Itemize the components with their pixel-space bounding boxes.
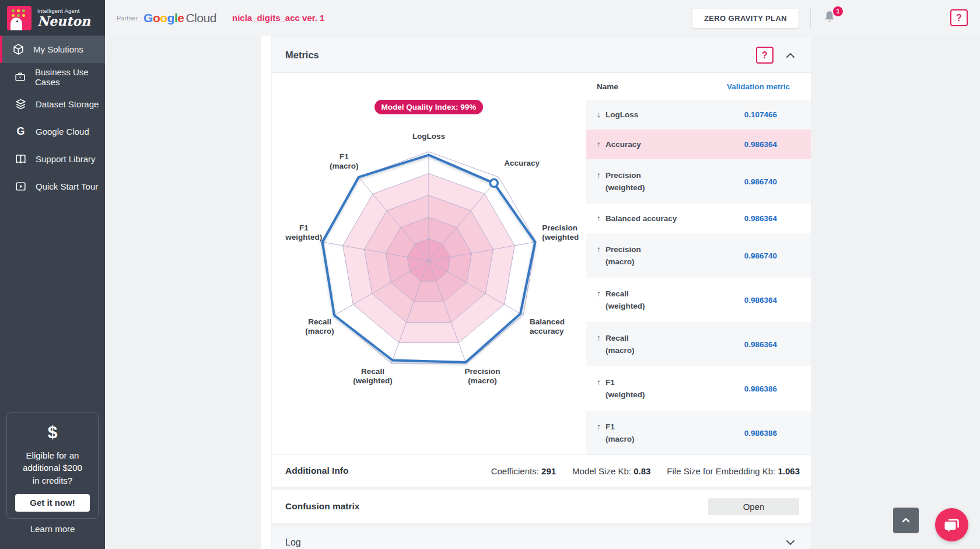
log-title: Log (285, 537, 301, 548)
metric-row-f1-weighted-[interactable]: ↑F1(weighted)0.986386 (586, 366, 811, 411)
metric-value: 0.986364 (744, 296, 777, 305)
google-cloud-logo: GoogleCloud (144, 11, 216, 25)
learn-more-link[interactable]: Learn more (0, 524, 105, 534)
metric-value: 0.986386 (744, 384, 777, 393)
sidebar-item-my-solutions[interactable]: My Solutions (0, 36, 105, 63)
metric-name: (weighted) (606, 181, 645, 194)
metric-row-balanced-accuracy[interactable]: ↑Balanced accuracy0.986364 (586, 204, 811, 233)
arrow-up-icon: ↑ (597, 243, 601, 256)
promo-text: Eligible for an additional $200 in credi… (7, 449, 98, 487)
metrics-help-button[interactable]: ? (756, 47, 774, 64)
radar-chart: LogLossAccuracyPrecision(weightedBalance… (272, 73, 586, 454)
metric-value: 0.986364 (744, 340, 777, 349)
briefcase-icon (14, 71, 26, 83)
sidebar-item-label: Support Library (36, 154, 96, 164)
project-title: nicla_digits_acc ver. 1 (232, 13, 324, 23)
metric-row-recall-weighted-[interactable]: ↑Recall(weighted)0.986364 (586, 278, 811, 322)
google-g-icon: G (14, 125, 27, 138)
sidebar-item-dataset-storage[interactable]: Dataset Storage (0, 90, 105, 118)
metrics-table: Name Validation metric ↓LogLoss0.107466↑… (586, 73, 811, 454)
metrics-panel: Metrics ? Model Quality Index: 99% LogLo… (272, 37, 811, 487)
metric-row-precision-weighted-[interactable]: ↑Precision(weighted)0.986740 (586, 159, 811, 204)
arrow-up-icon: ↑ (597, 169, 601, 181)
sidebar-item-business-use-cases[interactable]: Business Use Cases (0, 63, 105, 90)
tour-play-icon (14, 180, 27, 193)
metric-name: Precision (606, 243, 641, 256)
scroll-to-top-button[interactable] (893, 508, 919, 533)
chevron-up-icon[interactable] (784, 49, 797, 62)
radar-axis-label: Precision(weighted (542, 223, 579, 242)
sidebar-nav: My SolutionsBusiness Use CasesDataset St… (0, 36, 105, 200)
metric-name: Accuracy (606, 138, 641, 151)
partner-label: Partner (117, 15, 138, 22)
metric-name: Precision (606, 169, 645, 181)
arrow-up-icon: ↑ (597, 288, 601, 300)
svg-text:G: G (16, 125, 24, 137)
metric-name: (macro) (606, 256, 641, 268)
radar-axis-label: Precision(macro) (465, 367, 501, 385)
additional-info-row: Additional Info Coefficients: 291Model S… (272, 454, 811, 487)
sidebar-item-support-library[interactable]: Support Library (0, 145, 105, 173)
metric-value: 0.986364 (744, 214, 777, 223)
column-header-name: Name (597, 82, 618, 91)
metrics-table-body: ↓LogLoss0.107466↑Accuracy0.986364↑Precis… (586, 100, 811, 455)
chat-widget-button[interactable] (935, 508, 968, 541)
notification-badge: 1 (833, 6, 843, 16)
zero-gravity-plan-button[interactable]: ZERO GRAVITY PLAN (692, 9, 799, 28)
radar-axis-label: F1weighted) (285, 223, 322, 242)
metric-name: Recall (606, 288, 645, 300)
chevron-up-icon (900, 515, 912, 526)
metric-name: (weighted) (606, 300, 645, 312)
metric-value: 0.986740 (744, 251, 777, 260)
log-section-header[interactable]: Log (272, 526, 811, 549)
book-icon (14, 153, 27, 166)
radar-axis-label: Recall(macro) (305, 317, 334, 335)
metric-value: 0.107466 (744, 110, 777, 119)
additional-info-item: Model Size Kb: 0.83 (572, 466, 650, 476)
metric-row-accuracy[interactable]: ↑Accuracy0.986364 (586, 130, 811, 159)
metric-name: (macro) (606, 344, 635, 356)
metric-name: Recall (606, 332, 635, 344)
chevron-down-icon[interactable] (784, 536, 797, 549)
topbar: Partner GoogleCloud nicla_digits_acc ver… (105, 0, 980, 36)
brand-name: Neuton (37, 14, 90, 28)
metric-row-precision-macro-[interactable]: ↑Precision(macro)0.986740 (586, 233, 811, 278)
radar-axis-label: F1(macro) (330, 152, 359, 170)
metric-value: 0.986740 (744, 177, 777, 186)
metric-row-recall-macro-[interactable]: ↑Recall(macro)0.986364 (586, 322, 811, 366)
help-button[interactable]: ? (950, 9, 968, 26)
neuton-logo-icon (7, 6, 32, 30)
chat-bubble-icon (943, 516, 961, 534)
solutions-cube-icon (12, 43, 24, 56)
additional-info-values: Coefficients: 291Model Size Kb: 0.83File… (491, 466, 800, 476)
open-confusion-matrix-button[interactable]: Open (708, 498, 799, 515)
notifications-button[interactable]: 1 (822, 8, 842, 29)
metrics-body: Model Quality Index: 99% LogLossAccuracy… (272, 73, 811, 454)
column-header-validation-metric[interactable]: Validation metric (727, 82, 790, 91)
sidebar-item-label: Business Use Cases (35, 67, 105, 87)
radar-chart-area: Model Quality Index: 99% LogLossAccuracy… (272, 73, 586, 454)
sidebar-item-google-cloud[interactable]: GGoogle Cloud (0, 118, 105, 145)
sidebar: Intelligent Agent Neuton My SolutionsBus… (0, 0, 105, 549)
arrow-up-icon: ↑ (597, 376, 601, 389)
sidebar-item-label: My Solutions (33, 44, 83, 54)
confusion-matrix-title: Confusion matrix (285, 501, 359, 512)
brand-logo-block[interactable]: Intelligent Agent Neuton (0, 0, 105, 36)
scrollbar-track[interactable] (261, 36, 271, 549)
metric-row-logloss[interactable]: ↓LogLoss0.107466 (586, 100, 811, 130)
sidebar-item-quick-start-tour[interactable]: Quick Start Tour (0, 173, 105, 200)
arrow-down-icon: ↓ (597, 109, 601, 121)
topbar-divider (216, 10, 216, 26)
arrow-up-icon: ↑ (597, 332, 601, 344)
arrow-up-icon: ↑ (597, 421, 601, 433)
metrics-header: Metrics ? (272, 37, 811, 73)
metrics-title: Metrics (285, 50, 319, 61)
metric-name: F1 (606, 376, 645, 389)
sidebar-item-label: Dataset Storage (36, 99, 99, 109)
get-it-now-button[interactable]: Get it now! (15, 494, 90, 512)
metric-row-f1-macro-[interactable]: ↑F1(macro)0.986386 (586, 411, 811, 455)
arrow-up-icon: ↑ (597, 212, 601, 225)
metric-name: Balanced accuracy (606, 212, 677, 225)
metric-value: 0.986364 (744, 140, 777, 149)
metric-name: (weighted) (606, 389, 645, 401)
